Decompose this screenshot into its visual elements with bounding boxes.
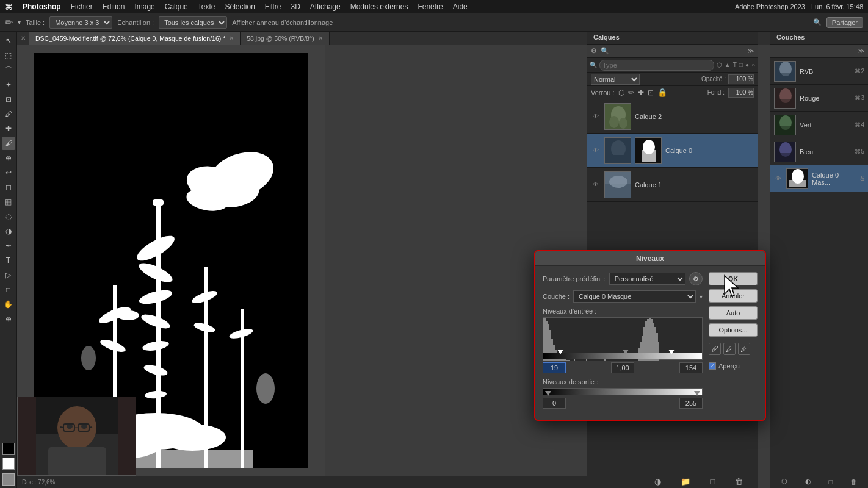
menu-fichier[interactable]: Fichier (71, 2, 93, 11)
opacity-input[interactable] (728, 74, 754, 84)
tab-document-2[interactable]: 58.jpg @ 50% (RVB/8°) ✕ (241, 32, 329, 45)
save-selection-icon[interactable]: ◐ (805, 478, 811, 486)
input-shadow-handle[interactable] (557, 350, 563, 354)
menu-affichage[interactable]: Affichage (310, 2, 341, 11)
menu-photoshop[interactable]: Photoshop (23, 2, 61, 11)
history-tool[interactable]: ↩ (2, 166, 15, 179)
menu-modules[interactable]: Modules externes (350, 2, 408, 11)
delete-layer-icon[interactable]: 🗑 (735, 477, 743, 486)
echantillon-select[interactable]: Tous les calques (159, 16, 227, 29)
filter-smart-icon[interactable]: ● (745, 62, 749, 68)
options-button[interactable]: Options... (709, 323, 758, 337)
output-highlight-handle[interactable] (694, 391, 700, 396)
blend-mode-select[interactable]: Normal (591, 74, 640, 85)
ok-button[interactable]: OK (709, 272, 758, 285)
channel-bleu[interactable]: Bleu ⌘5 (770, 138, 868, 165)
layer-item-calque1[interactable]: 👁 Calque 1 (587, 168, 758, 202)
output-min-field[interactable] (543, 398, 566, 409)
lock-paint-icon[interactable]: ✏ (628, 88, 634, 97)
filter-adjust-icon[interactable]: ▲ (725, 62, 731, 68)
menu-calque[interactable]: Calque (165, 2, 188, 11)
input-min-field[interactable] (543, 362, 566, 373)
selection-tool[interactable]: ⬚ (2, 49, 15, 62)
eraser-tool[interactable]: ◻ (2, 181, 15, 194)
tab-2-close[interactable]: ✕ (318, 35, 323, 41)
filter-toggle[interactable]: ○ (751, 62, 755, 68)
delete-channel-icon[interactable]: 🗑 (850, 478, 857, 486)
input-highlight-handle[interactable] (668, 350, 675, 354)
background-color[interactable] (2, 458, 15, 470)
pen-tool[interactable]: ✒ (2, 239, 15, 253)
menu-image[interactable]: Image (134, 2, 154, 11)
heal-tool[interactable]: ✚ (2, 122, 15, 135)
parametre-select[interactable]: Personnalisé (609, 273, 685, 285)
taille-select[interactable]: Moyenne 3 x 3 (49, 16, 112, 29)
couche-dropdown-icon[interactable]: ▾ (700, 293, 703, 300)
lasso-tool[interactable]: ⌒ (2, 63, 15, 77)
annuler-button[interactable]: Annuler (709, 289, 758, 303)
layers-expand-icon[interactable]: ≫ (748, 48, 754, 54)
parametre-settings-icon[interactable]: ⚙ (689, 272, 703, 285)
shape-tool[interactable]: □ (2, 283, 15, 296)
layer-visibility-calque1[interactable]: 👁 (591, 180, 601, 190)
hand-tool[interactable]: ✋ (2, 298, 15, 311)
calques-tab[interactable]: Calques (587, 32, 626, 44)
crop-tool[interactable]: ⊡ (2, 93, 15, 106)
layer-item-calque2[interactable]: 👁 Calque 2 (587, 99, 758, 134)
gradient-tool[interactable]: ▦ (2, 195, 15, 209)
eyedropper-tool[interactable]: 🖊 (2, 107, 15, 121)
new-layer-icon[interactable]: □ (711, 477, 715, 486)
tab-close-all[interactable]: ✕ (17, 35, 29, 41)
lock-all-icon[interactable]: 🔒 (657, 88, 667, 97)
foreground-color[interactable] (2, 443, 15, 455)
filter-text-icon[interactable]: T (733, 62, 737, 68)
load-selection-icon[interactable]: ⬡ (781, 478, 787, 486)
dodge-tool[interactable]: ◑ (2, 224, 15, 238)
magic-wand-tool[interactable]: ✦ (2, 78, 15, 92)
eyedrop-shadow-icon[interactable]: 🖊 (709, 343, 721, 355)
path-select-tool[interactable]: ▷ (2, 268, 15, 282)
menu-edition[interactable]: Edition (103, 2, 125, 11)
lock-transparent-icon[interactable]: ⬡ (618, 88, 624, 97)
tool-options-arrow[interactable]: ▾ (18, 19, 21, 26)
channels-expand-icon[interactable]: ≫ (858, 48, 864, 54)
partager-button[interactable]: Partager (826, 17, 863, 28)
apercu-checkbox[interactable]: ✓ (709, 362, 716, 370)
layer-item-calque0[interactable]: 👁 Calque 0 (587, 134, 758, 168)
output-max-field[interactable] (679, 398, 703, 409)
brush-tool-icon[interactable]: ✏ (5, 16, 13, 28)
clone-tool[interactable]: ⊕ (2, 151, 15, 165)
menu-3d[interactable]: 3D (291, 2, 300, 11)
channel-visibility-masque[interactable]: 👁 (774, 175, 783, 182)
input-max-field[interactable] (679, 362, 703, 373)
menu-filtre[interactable]: Filtre (265, 2, 281, 11)
layer-visibility-calque2[interactable]: 👁 (591, 112, 601, 121)
quick-mask[interactable] (2, 473, 15, 486)
menu-fenetre[interactable]: Fenêtre (418, 2, 443, 11)
channel-masque[interactable]: 👁 Calque 0 Mas... & (770, 165, 868, 192)
tab-1-close[interactable]: ✕ (229, 35, 234, 41)
filter-shape-icon[interactable]: □ (739, 62, 743, 68)
channel-rouge[interactable]: Rouge ⌘3 (770, 85, 868, 112)
layers-search-icon[interactable]: 🔍 (601, 47, 609, 55)
blur-tool[interactable]: ◌ (2, 210, 15, 223)
eyedrop-midtone-icon[interactable]: 🖊 (723, 343, 736, 355)
channel-rvb[interactable]: RVB ⌘2 (770, 58, 868, 85)
auto-button[interactable]: Auto (709, 306, 758, 320)
new-channel-icon[interactable]: □ (828, 478, 833, 486)
zoom-tool[interactable]: ⊕ (2, 312, 15, 326)
text-tool[interactable]: T (2, 254, 15, 267)
couches-tab[interactable]: Couches (770, 32, 811, 44)
layer-visibility-calque0[interactable]: 👁 (591, 146, 601, 156)
menu-aide[interactable]: Aide (453, 2, 468, 11)
layers-settings-icon[interactable]: ⚙ (591, 47, 597, 55)
new-group-icon[interactable]: 📁 (681, 477, 690, 486)
add-adjustment-icon[interactable]: ◑ (654, 477, 661, 486)
filter-pixel-icon[interactable]: ⬡ (717, 62, 722, 68)
lock-artboard-icon[interactable]: ⊡ (648, 88, 654, 97)
output-shadow-handle[interactable] (545, 391, 551, 396)
channel-vert[interactable]: Vert ⌘4 (770, 112, 868, 138)
input-midtone-handle[interactable] (623, 350, 629, 354)
search-icon[interactable]: 🔍 (813, 18, 822, 26)
fond-input[interactable] (728, 88, 754, 98)
